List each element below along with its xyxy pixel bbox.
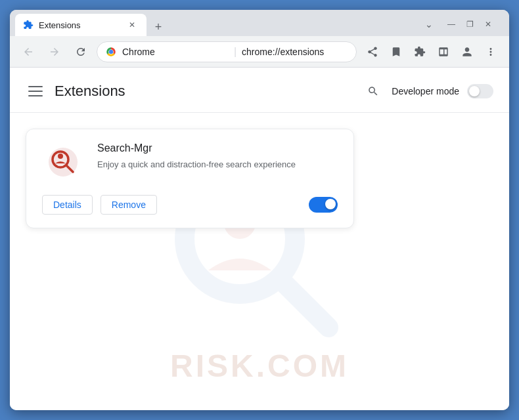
page-content: RISK.COM Extensions Developer mode <box>10 68 509 410</box>
share-button[interactable] <box>362 41 383 62</box>
tab-title: Extensions <box>39 20 120 30</box>
toggle-knob <box>469 86 480 96</box>
site-name: Chrome <box>122 47 229 57</box>
profile-button[interactable] <box>457 41 478 62</box>
extension-name: Search-Mgr <box>97 142 338 154</box>
extensions-button[interactable] <box>409 41 430 62</box>
nav-right-icons <box>362 41 501 62</box>
extension-icon <box>42 142 84 184</box>
nav-bar: Chrome | chrome://extensions <box>10 36 509 68</box>
menu-bar-2 <box>28 91 43 92</box>
bookmark-button[interactable] <box>386 41 407 62</box>
address-separator: | <box>234 46 237 58</box>
search-button[interactable] <box>363 81 384 102</box>
details-button[interactable]: Details <box>42 195 93 215</box>
close-button[interactable]: ✕ <box>480 16 496 32</box>
url-text: chrome://extensions <box>242 47 348 57</box>
chrome-logo-icon <box>105 46 117 58</box>
header-right: Developer mode <box>363 81 493 102</box>
developer-mode-toggle[interactable] <box>467 84 493 98</box>
browser-window: Extensions ✕ + ⌄ — ❐ ✕ <box>10 10 509 410</box>
sidebar-button[interactable] <box>433 41 454 62</box>
tab-close-button[interactable]: ✕ <box>125 18 139 32</box>
card-buttons: Details Remove <box>42 195 157 215</box>
enabled-toggle-knob <box>325 199 336 209</box>
card-top: Search-Mgr Enjoy a quick and distraction… <box>42 142 338 184</box>
card-bottom: Details Remove <box>42 195 338 215</box>
extension-enabled-toggle[interactable] <box>309 197 338 213</box>
menu-bar-3 <box>28 95 43 96</box>
page-title: Extensions <box>55 83 125 100</box>
extensions-header: Extensions Developer mode <box>10 68 509 113</box>
extensions-body: Search-Mgr Enjoy a quick and distraction… <box>10 113 509 244</box>
more-button[interactable] <box>480 41 501 62</box>
developer-mode-label: Developer mode <box>392 86 459 96</box>
address-bar[interactable]: Chrome | chrome://extensions <box>97 41 357 62</box>
new-tab-button[interactable]: + <box>149 18 168 36</box>
menu-button[interactable] <box>26 81 47 102</box>
window-controls: — ❐ ✕ <box>443 16 496 32</box>
menu-bar-1 <box>28 86 43 87</box>
maximize-button[interactable]: ❐ <box>462 16 478 32</box>
reload-button[interactable] <box>70 41 91 62</box>
minimize-button[interactable]: — <box>443 16 459 32</box>
svg-line-4 <box>279 278 328 327</box>
tab-puzzle-icon <box>23 20 34 30</box>
forward-button[interactable] <box>44 41 65 62</box>
svg-point-9 <box>58 154 63 159</box>
extension-description: Enjoy a quick and distraction-free searc… <box>97 158 338 171</box>
active-tab[interactable]: Extensions ✕ <box>15 14 147 36</box>
back-button[interactable] <box>18 41 39 62</box>
tab-search-chevron[interactable]: ⌄ <box>421 16 437 32</box>
svg-point-2 <box>109 50 112 53</box>
remove-button[interactable]: Remove <box>101 195 157 215</box>
title-bar: Extensions ✕ + ⌄ — ❐ ✕ <box>10 10 509 36</box>
extension-card: Search-Mgr Enjoy a quick and distraction… <box>26 129 354 228</box>
watermark-text: RISK.COM <box>10 348 509 384</box>
extension-info: Search-Mgr Enjoy a quick and distraction… <box>97 142 338 171</box>
